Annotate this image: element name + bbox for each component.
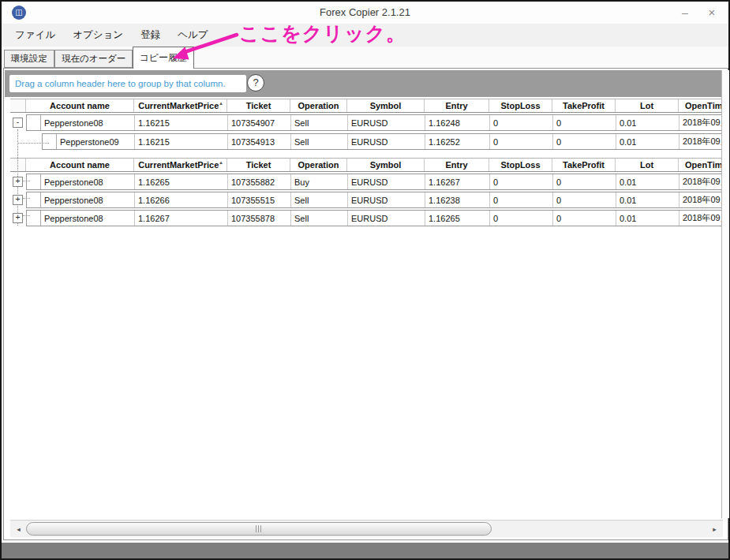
scrollbar-grip-icon (256, 525, 262, 532)
vertical-scrollbar[interactable] (721, 70, 729, 518)
table-cell: 1.16215 (135, 115, 228, 130)
table-cell: 107354913 (228, 134, 291, 149)
column-header-currentmarketprice[interactable]: CurrentMarketPrice▴ (134, 99, 227, 112)
tab-0[interactable]: 環境設定 (4, 50, 54, 68)
column-header-lot[interactable]: Lot (616, 99, 679, 112)
row-gutter: + (10, 174, 26, 190)
header-gutter (10, 159, 26, 171)
table-cell: 1.16267 (135, 211, 228, 226)
column-header-symbol[interactable]: Symbol (347, 99, 425, 112)
column-header-operation[interactable]: Operation (290, 99, 347, 112)
table-cell: 107355515 (228, 192, 291, 207)
table-cell: Sell (291, 192, 348, 207)
row-gutter (10, 133, 42, 150)
tree-line-child-connector (17, 143, 49, 144)
row-gutter: + (10, 192, 26, 208)
table-cell: Sell (291, 211, 348, 226)
table-cell: 1.16267 (425, 174, 490, 189)
table-row[interactable]: Pepperstone081.16266107355515SellEURUSD1… (26, 192, 723, 208)
table-cell: 0 (553, 174, 616, 189)
column-header-opentime[interactable]: OpenTime (679, 159, 721, 171)
column-header-symbol[interactable]: Symbol (347, 159, 425, 171)
menu-item-3[interactable]: ヘルプ (169, 25, 216, 45)
table-cell: EURUSD (348, 134, 425, 149)
row-indent-cell (27, 192, 41, 207)
tab-strip: 環境設定現在のオーダーコピー履歴 (2, 47, 728, 68)
table-cell: 0 (490, 134, 553, 149)
table-cell: EURUSD (348, 211, 425, 226)
column-header-stoploss[interactable]: StopLoss (489, 159, 552, 171)
row-gutter: - (10, 114, 26, 131)
scroll-left-arrow-icon[interactable]: ◂ (12, 522, 25, 536)
table-row[interactable]: Pepperstone081.16215107354907SellEURUSD1… (26, 114, 723, 131)
column-header-entry[interactable]: Entry (425, 159, 489, 171)
menu-item-0[interactable]: ファイル (6, 25, 64, 45)
table-cell: 1.16265 (135, 174, 228, 189)
table-cell: 2018年09月 (679, 192, 722, 207)
scroll-right-arrow-icon[interactable]: ▸ (708, 522, 721, 536)
table-cell: 1.16266 (135, 192, 228, 207)
help-icon[interactable]: ? (247, 74, 264, 91)
close-button[interactable]: × (702, 5, 722, 21)
table-cell: 0.01 (616, 115, 679, 130)
table-row[interactable]: Pepperstone081.16265107355882BuyEURUSD1.… (26, 174, 723, 190)
table-cell: 0 (553, 134, 616, 149)
orders-grid: Account nameCurrentMarketPrice▴TicketOpe… (10, 99, 721, 233)
column-header-opentime[interactable]: OpenTime (679, 99, 721, 112)
grid-header-row: Account nameCurrentMarketPrice▴TicketOpe… (10, 158, 721, 172)
table-cell: Pepperstone08 (41, 192, 135, 207)
row-indent-cell (27, 115, 41, 130)
tree-line-stub (23, 181, 30, 181)
table-cell: 107355882 (228, 174, 291, 189)
table-cell: 1.16265 (425, 211, 490, 226)
table-cell: 0.01 (616, 211, 679, 226)
table-cell: Pepperstone08 (41, 174, 135, 189)
column-header-takeprofit[interactable]: TakeProfit (552, 99, 616, 112)
table-cell: 0 (553, 115, 616, 130)
tab-2-active[interactable]: コピー履歴 (133, 47, 195, 69)
table-cell: 0.01 (616, 192, 679, 207)
table-cell: 0 (490, 115, 553, 130)
column-header-account-name[interactable]: Account name (26, 99, 134, 112)
table-cell: Sell (291, 115, 348, 130)
table-cell: 0 (553, 211, 616, 226)
menu-item-1[interactable]: オプション (64, 25, 132, 45)
column-header-stoploss[interactable]: StopLoss (489, 99, 552, 112)
table-cell: 0 (553, 192, 616, 207)
column-header-takeprofit[interactable]: TakeProfit (552, 159, 616, 171)
table-cell: 1.16248 (425, 115, 490, 130)
row-indent-cell (27, 174, 41, 189)
column-header-ticket[interactable]: Ticket (227, 99, 290, 112)
horizontal-scrollbar[interactable]: ◂ ▸ (10, 520, 723, 537)
collapse-icon[interactable]: - (13, 118, 23, 128)
row-indent-cell (27, 211, 41, 226)
column-header-entry[interactable]: Entry (425, 99, 489, 112)
group-by-bar: Drag a column header here to group by th… (5, 70, 721, 97)
table-cell: Buy (291, 174, 348, 189)
row-gutter: + (10, 210, 26, 226)
table-cell: 1.16238 (425, 192, 490, 207)
expand-icon[interactable]: + (13, 195, 23, 205)
table-cell: 107354907 (228, 115, 291, 130)
column-header-currentmarketprice[interactable]: CurrentMarketPrice▴ (134, 159, 227, 171)
group-by-hint: Drag a column header here to group by th… (9, 75, 246, 92)
menu-item-2[interactable]: 登録 (132, 25, 169, 45)
column-header-lot[interactable]: Lot (616, 159, 679, 171)
window-title: Forex Copier 2.1.21 (2, 6, 728, 18)
column-header-operation[interactable]: Operation (290, 159, 347, 171)
minimize-button[interactable]: – (675, 5, 695, 21)
column-header-account-name[interactable]: Account name (26, 159, 134, 171)
scrollbar-thumb[interactable] (26, 522, 492, 536)
expand-icon[interactable]: + (13, 177, 23, 187)
menu-bar: ファイルオプション登録ヘルプ (2, 24, 728, 47)
column-header-ticket[interactable]: Ticket (227, 159, 290, 171)
expand-icon[interactable]: + (13, 213, 23, 223)
table-row[interactable]: Pepperstone081.16267107355878SellEURUSD1… (26, 210, 723, 226)
table-cell: 2018年09月 (679, 134, 722, 149)
tab-page-copy-history: Drag a column header here to group by th… (3, 68, 728, 540)
tab-1[interactable]: 現在のオーダー (54, 50, 133, 68)
table-cell: 0 (490, 174, 553, 189)
table-row[interactable]: Pepperstone091.16215107354913SellEURUSD1… (42, 133, 723, 150)
title-bar: ◫ Forex Copier 2.1.21 – × (2, 2, 728, 24)
table-cell: 2018年09月 (679, 211, 722, 226)
